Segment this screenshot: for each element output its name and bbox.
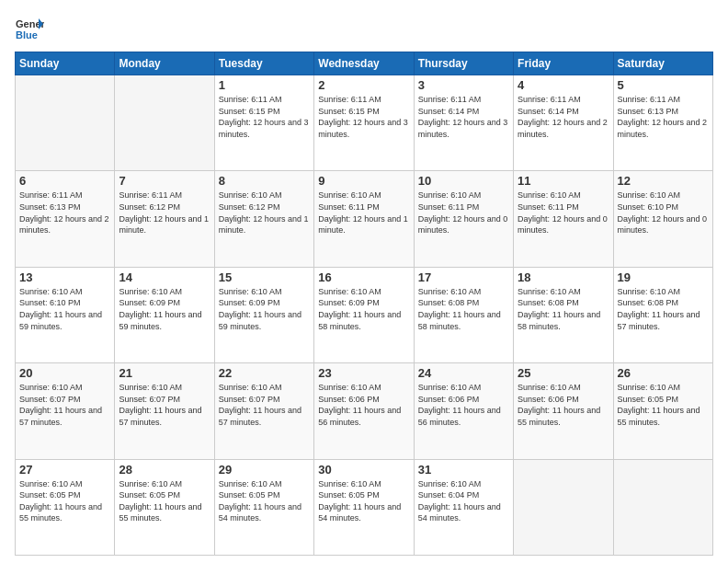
day-info: Sunrise: 6:10 AM Sunset: 6:07 PM Dayligh… [219, 382, 310, 428]
day-number: 13 [19, 270, 110, 284]
day-cell: 26Sunrise: 6:10 AM Sunset: 6:05 PM Dayli… [613, 363, 712, 459]
day-info: Sunrise: 6:10 AM Sunset: 6:08 PM Dayligh… [418, 286, 509, 332]
day-number: 11 [518, 174, 609, 188]
day-number: 17 [418, 270, 509, 284]
logo: General Blue [15, 15, 44, 44]
day-number: 6 [19, 174, 110, 188]
day-info: Sunrise: 6:10 AM Sunset: 6:11 PM Dayligh… [318, 190, 409, 236]
day-number: 15 [219, 270, 310, 284]
day-info: Sunrise: 6:11 AM Sunset: 6:14 PM Dayligh… [418, 94, 509, 140]
day-cell [613, 459, 712, 555]
day-cell: 7Sunrise: 6:11 AM Sunset: 6:12 PM Daylig… [115, 171, 214, 267]
day-info: Sunrise: 6:11 AM Sunset: 6:15 PM Dayligh… [219, 94, 310, 140]
weekday-header-thursday: Thursday [414, 52, 513, 75]
header: General Blue [15, 15, 713, 44]
day-number: 19 [618, 270, 709, 284]
day-cell [514, 459, 613, 555]
logo-svg: General Blue [15, 15, 44, 44]
day-cell: 23Sunrise: 6:10 AM Sunset: 6:06 PM Dayli… [314, 363, 414, 459]
day-info: Sunrise: 6:10 AM Sunset: 6:04 PM Dayligh… [418, 478, 509, 524]
day-number: 28 [119, 463, 210, 477]
day-info: Sunrise: 6:11 AM Sunset: 6:12 PM Dayligh… [119, 190, 210, 236]
day-number: 8 [219, 174, 310, 188]
day-number: 30 [318, 463, 409, 477]
day-cell: 18Sunrise: 6:10 AM Sunset: 6:08 PM Dayli… [514, 267, 613, 362]
day-info: Sunrise: 6:10 AM Sunset: 6:05 PM Dayligh… [19, 478, 110, 524]
weekday-header-friday: Friday [514, 52, 613, 75]
day-number: 9 [318, 174, 409, 188]
day-info: Sunrise: 6:10 AM Sunset: 6:10 PM Dayligh… [19, 286, 110, 332]
day-cell: 5Sunrise: 6:11 AM Sunset: 6:13 PM Daylig… [613, 75, 712, 171]
week-row-1: 1Sunrise: 6:11 AM Sunset: 6:15 PM Daylig… [16, 75, 713, 171]
weekday-header-sunday: Sunday [16, 52, 115, 75]
weekday-header-monday: Monday [115, 52, 214, 75]
day-number: 12 [618, 174, 709, 188]
day-number: 27 [19, 463, 110, 477]
day-info: Sunrise: 6:10 AM Sunset: 6:05 PM Dayligh… [119, 478, 210, 524]
day-number: 29 [219, 463, 310, 477]
day-number: 7 [119, 174, 210, 188]
day-cell: 24Sunrise: 6:10 AM Sunset: 6:06 PM Dayli… [414, 363, 513, 459]
day-info: Sunrise: 6:10 AM Sunset: 6:05 PM Dayligh… [219, 478, 310, 524]
day-info: Sunrise: 6:10 AM Sunset: 6:09 PM Dayligh… [318, 286, 409, 332]
day-info: Sunrise: 6:10 AM Sunset: 6:06 PM Dayligh… [418, 382, 509, 428]
day-cell: 30Sunrise: 6:10 AM Sunset: 6:05 PM Dayli… [314, 459, 414, 555]
day-cell: 6Sunrise: 6:11 AM Sunset: 6:13 PM Daylig… [16, 171, 115, 267]
day-info: Sunrise: 6:10 AM Sunset: 6:09 PM Dayligh… [119, 286, 210, 332]
calendar-page: General Blue SundayMondayTuesdayWednesda… [0, 0, 728, 563]
day-info: Sunrise: 6:11 AM Sunset: 6:13 PM Dayligh… [19, 190, 110, 236]
day-number: 26 [618, 366, 709, 380]
day-cell: 14Sunrise: 6:10 AM Sunset: 6:09 PM Dayli… [115, 267, 214, 362]
day-cell: 27Sunrise: 6:10 AM Sunset: 6:05 PM Dayli… [16, 459, 115, 555]
weekday-header-wednesday: Wednesday [314, 52, 414, 75]
day-number: 20 [19, 366, 110, 380]
day-number: 2 [318, 78, 409, 92]
day-info: Sunrise: 6:10 AM Sunset: 6:12 PM Dayligh… [219, 190, 310, 236]
day-number: 14 [119, 270, 210, 284]
day-cell: 3Sunrise: 6:11 AM Sunset: 6:14 PM Daylig… [414, 75, 513, 171]
day-number: 1 [219, 78, 310, 92]
day-cell: 25Sunrise: 6:10 AM Sunset: 6:06 PM Dayli… [514, 363, 613, 459]
day-info: Sunrise: 6:11 AM Sunset: 6:14 PM Dayligh… [518, 94, 609, 140]
logo-container: General Blue [15, 15, 44, 44]
day-info: Sunrise: 6:10 AM Sunset: 6:08 PM Dayligh… [518, 286, 609, 332]
day-info: Sunrise: 6:11 AM Sunset: 6:13 PM Dayligh… [618, 94, 709, 140]
day-number: 16 [318, 270, 409, 284]
day-info: Sunrise: 6:10 AM Sunset: 6:07 PM Dayligh… [19, 382, 110, 428]
day-cell: 9Sunrise: 6:10 AM Sunset: 6:11 PM Daylig… [314, 171, 414, 267]
day-cell: 21Sunrise: 6:10 AM Sunset: 6:07 PM Dayli… [115, 363, 214, 459]
day-info: Sunrise: 6:10 AM Sunset: 6:10 PM Dayligh… [618, 190, 709, 236]
day-info: Sunrise: 6:10 AM Sunset: 6:09 PM Dayligh… [219, 286, 310, 332]
weekday-header-saturday: Saturday [613, 52, 712, 75]
week-row-5: 27Sunrise: 6:10 AM Sunset: 6:05 PM Dayli… [16, 459, 713, 555]
day-number: 3 [418, 78, 509, 92]
day-cell: 17Sunrise: 6:10 AM Sunset: 6:08 PM Dayli… [414, 267, 513, 362]
day-cell: 29Sunrise: 6:10 AM Sunset: 6:05 PM Dayli… [214, 459, 313, 555]
day-cell: 4Sunrise: 6:11 AM Sunset: 6:14 PM Daylig… [514, 75, 613, 171]
day-cell: 13Sunrise: 6:10 AM Sunset: 6:10 PM Dayli… [16, 267, 115, 362]
week-row-4: 20Sunrise: 6:10 AM Sunset: 6:07 PM Dayli… [16, 363, 713, 459]
day-info: Sunrise: 6:11 AM Sunset: 6:15 PM Dayligh… [318, 94, 409, 140]
logo-graphic: General Blue [15, 15, 44, 44]
day-cell: 1Sunrise: 6:11 AM Sunset: 6:15 PM Daylig… [214, 75, 313, 171]
svg-text:Blue: Blue [16, 29, 38, 40]
day-cell [16, 75, 115, 171]
day-number: 10 [418, 174, 509, 188]
day-cell: 28Sunrise: 6:10 AM Sunset: 6:05 PM Dayli… [115, 459, 214, 555]
day-info: Sunrise: 6:10 AM Sunset: 6:11 PM Dayligh… [418, 190, 509, 236]
day-number: 22 [219, 366, 310, 380]
weekday-header-tuesday: Tuesday [214, 52, 313, 75]
week-row-3: 13Sunrise: 6:10 AM Sunset: 6:10 PM Dayli… [16, 267, 713, 362]
day-number: 18 [518, 270, 609, 284]
day-info: Sunrise: 6:10 AM Sunset: 6:05 PM Dayligh… [318, 478, 409, 524]
weekday-header-row: SundayMondayTuesdayWednesdayThursdayFrid… [16, 52, 713, 75]
day-number: 25 [518, 366, 609, 380]
day-number: 24 [418, 366, 509, 380]
day-info: Sunrise: 6:10 AM Sunset: 6:08 PM Dayligh… [618, 286, 709, 332]
day-number: 31 [418, 463, 509, 477]
day-cell: 22Sunrise: 6:10 AM Sunset: 6:07 PM Dayli… [214, 363, 313, 459]
day-cell: 16Sunrise: 6:10 AM Sunset: 6:09 PM Dayli… [314, 267, 414, 362]
day-info: Sunrise: 6:10 AM Sunset: 6:05 PM Dayligh… [618, 382, 709, 428]
week-row-2: 6Sunrise: 6:11 AM Sunset: 6:13 PM Daylig… [16, 171, 713, 267]
day-cell: 15Sunrise: 6:10 AM Sunset: 6:09 PM Dayli… [214, 267, 313, 362]
